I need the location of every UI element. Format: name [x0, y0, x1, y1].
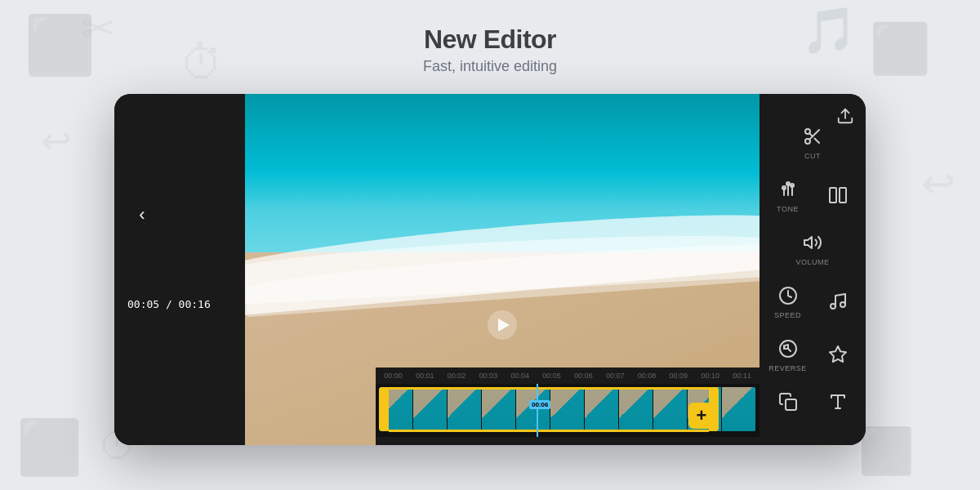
volume-tool[interactable]: VOLUME — [791, 229, 834, 266]
ruler-mark: 00:06 — [568, 372, 599, 380]
thumb-9 — [653, 387, 688, 431]
thumb-5 — [516, 387, 550, 431]
svg-rect-13 — [840, 188, 846, 203]
effects-icon — [825, 341, 851, 368]
header: New Editor Fast, intuitive editing — [423, 24, 557, 75]
ruler-mark: 00:08 — [631, 372, 663, 380]
svg-marker-14 — [804, 237, 812, 248]
svg-line-4 — [814, 138, 819, 143]
thumb-3 — [448, 387, 482, 431]
tool-row-3: VOLUME — [760, 221, 866, 274]
tool-row-2: TONE — [760, 168, 866, 221]
music-tool[interactable] — [817, 288, 859, 314]
tool-row-4: SPEED — [760, 274, 866, 327]
ruler-mark: 00:03 — [472, 372, 504, 380]
thumb-4 — [482, 387, 516, 431]
split-icon — [825, 182, 851, 208]
svg-rect-20 — [786, 399, 796, 410]
left-panel — [114, 94, 245, 445]
ruler-mark: 00:11 — [726, 372, 758, 380]
video-area: 00:00 00:01 00:02 00:03 00:04 00:05 00:0… — [245, 94, 760, 445]
ruler-mark: 00:01 — [409, 372, 441, 380]
timeline-area: 00:00 00:01 00:02 00:03 00:04 00:05 00:0… — [376, 368, 760, 445]
ruler-mark: 00:10 — [694, 372, 726, 380]
text-tool[interactable] — [817, 389, 859, 415]
ruler-mark: 00:07 — [599, 372, 631, 380]
svg-rect-12 — [830, 188, 836, 203]
cut-label: CUT — [804, 152, 821, 160]
play-button[interactable] — [488, 310, 517, 340]
cut-icon — [800, 123, 826, 149]
tone-tool[interactable]: TONE — [767, 176, 809, 213]
thumb-6 — [550, 387, 585, 431]
reverse-label: REVERSE — [768, 364, 807, 372]
effects-tool[interactable] — [817, 341, 859, 368]
ruler-mark: 00:09 — [662, 372, 694, 380]
add-clip-button[interactable]: + — [688, 403, 715, 429]
copy-icon — [775, 389, 801, 415]
selection-border-top — [389, 387, 709, 390]
speed-tool[interactable]: SPEED — [767, 283, 809, 319]
text-icon — [825, 389, 851, 415]
time-display: 00:05 / 00:16 — [127, 298, 211, 310]
ruler-mark: 00:04 — [504, 372, 536, 380]
timeline-ruler: 00:00 00:01 00:02 00:03 00:04 00:05 00:0… — [376, 368, 760, 384]
selection-border-bottom — [389, 430, 709, 432]
tone-icon — [775, 176, 801, 203]
thumb-7 — [585, 387, 619, 431]
device-frame: ‹ 00:05 / 00:16 00:00 00:01 00:02 00:03 — [114, 94, 866, 445]
selection-handle-left[interactable] — [379, 387, 389, 431]
right-panel: CUT TONE — [760, 94, 866, 445]
copy-tool[interactable] — [767, 389, 809, 415]
speed-icon — [775, 283, 801, 309]
playhead[interactable] — [537, 384, 538, 437]
page-subtitle: Fast, intuitive editing — [423, 58, 557, 75]
thumb-8 — [619, 387, 653, 431]
ruler-mark: 00:05 — [536, 372, 568, 380]
thumb-2 — [413, 387, 448, 431]
reverse-tool[interactable]: REVERSE — [767, 336, 809, 372]
svg-point-17 — [840, 302, 845, 307]
cut-tool[interactable]: CUT — [791, 123, 834, 160]
music-icon — [825, 288, 851, 314]
export-button[interactable] — [836, 107, 854, 129]
back-button[interactable]: ‹ — [127, 200, 157, 229]
page-title: New Editor — [423, 24, 557, 55]
ruler-mark: 00:00 — [377, 372, 409, 380]
timeline-track[interactable]: 00:06 + — [376, 384, 760, 437]
svg-line-5 — [809, 133, 813, 136]
svg-marker-19 — [830, 346, 846, 362]
volume-label: VOLUME — [795, 258, 829, 266]
volume-icon — [800, 229, 826, 256]
svg-point-16 — [831, 304, 835, 309]
reverse-icon — [775, 336, 801, 362]
tool-row-5: REVERSE — [760, 327, 866, 381]
speed-label: SPEED — [774, 311, 801, 319]
thumb-11 — [722, 387, 756, 431]
tool-row-6 — [760, 381, 866, 423]
ruler-mark: 00:02 — [441, 372, 473, 380]
playhead-label: 00:06 — [529, 400, 550, 409]
ruler-marks: 00:00 00:01 00:02 00:03 00:04 00:05 00:0… — [377, 372, 758, 380]
split-tool[interactable] — [817, 182, 859, 208]
tone-label: TONE — [777, 205, 799, 213]
